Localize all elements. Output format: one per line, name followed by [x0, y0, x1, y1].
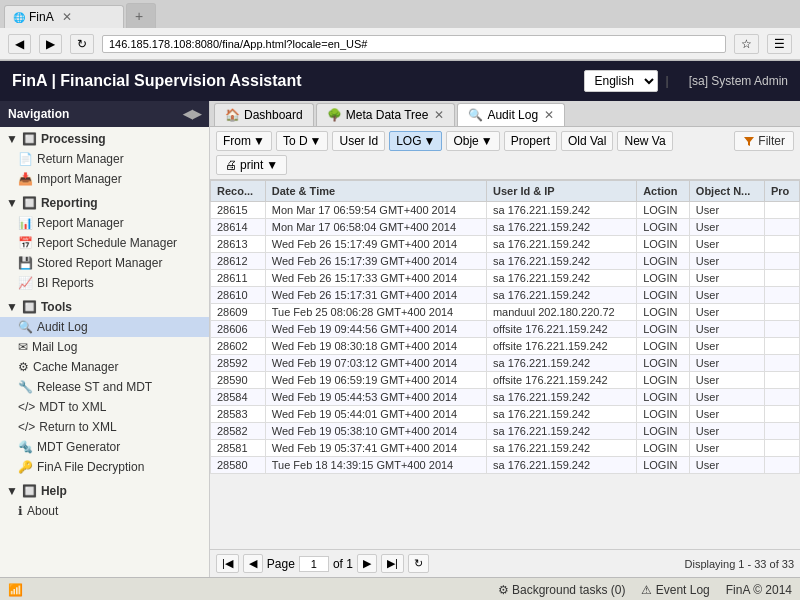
audit-tab-icon: 🔍 [468, 108, 483, 122]
user-id-filter-button[interactable]: User Id [332, 131, 385, 151]
close-tab-audit-icon[interactable]: ✕ [544, 108, 554, 122]
mail-log-icon: ✉ [18, 340, 28, 354]
return-xml-icon: </> [18, 420, 35, 434]
table-row[interactable]: 28614 Mon Mar 17 06:58:04 GMT+400 2014 s… [211, 219, 800, 236]
sidebar-collapse-icon[interactable]: ◀▶ [183, 107, 201, 121]
cell-action: LOGIN [637, 236, 690, 253]
sidebar-item-about[interactable]: ℹ About [0, 501, 209, 521]
mdt-gen-icon: 🔩 [18, 440, 33, 454]
cell-user-ip: offsite 176.221.159.242 [486, 321, 636, 338]
bi-reports-icon: 📈 [18, 276, 33, 290]
sidebar-item-report-schedule-manager[interactable]: 📅 Report Schedule Manager [0, 233, 209, 253]
sidebar-item-mail-log[interactable]: ✉ Mail Log [0, 337, 209, 357]
sidebar-item-import-manager[interactable]: 📥 Import Manager [0, 169, 209, 189]
sidebar-group-processing[interactable]: ▼ 🔲 Processing [0, 129, 209, 149]
sidebar-group-help-label: Help [41, 484, 67, 498]
next-page-button[interactable]: ▶ [357, 554, 377, 573]
language-selector[interactable]: English [584, 70, 658, 92]
about-label: About [27, 504, 58, 518]
table-row[interactable]: 28611 Wed Feb 26 15:17:33 GMT+400 2014 s… [211, 270, 800, 287]
sidebar-item-return-manager[interactable]: 📄 Return Manager [0, 149, 209, 169]
table-row[interactable]: 28606 Wed Feb 19 09:44:56 GMT+400 2014 o… [211, 321, 800, 338]
new-tab[interactable]: + [126, 3, 156, 28]
language-dropdown[interactable]: English [584, 70, 658, 92]
close-tab-icon[interactable]: ✕ [62, 10, 72, 24]
to-filter-button[interactable]: To D ▼ [276, 131, 329, 151]
sidebar-item-release-st-mdt[interactable]: 🔧 Release ST and MDT [0, 377, 209, 397]
table-row[interactable]: 28584 Wed Feb 19 05:44:53 GMT+400 2014 s… [211, 389, 800, 406]
sidebar-item-report-manager[interactable]: 📊 Report Manager [0, 213, 209, 233]
cell-object: User [689, 457, 764, 474]
print-label: print [240, 158, 263, 172]
sidebar-item-mdt-generator[interactable]: 🔩 MDT Generator [0, 437, 209, 457]
tools-group-icon: 🔲 [22, 300, 37, 314]
tab-meta-data-tree[interactable]: 🌳 Meta Data Tree ✕ [316, 103, 456, 126]
event-log[interactable]: ⚠ Event Log [641, 583, 709, 597]
tab-dashboard[interactable]: 🏠 Dashboard [214, 103, 314, 126]
refresh-page-button[interactable]: ↻ [408, 554, 429, 573]
sidebar-item-fina-decrypt[interactable]: 🔑 FinA File Decryption [0, 457, 209, 477]
table-row[interactable]: 28592 Wed Feb 19 07:03:12 GMT+400 2014 s… [211, 355, 800, 372]
table-row[interactable]: 28612 Wed Feb 26 15:17:39 GMT+400 2014 s… [211, 253, 800, 270]
print-button[interactable]: 🖨 print ▼ [216, 155, 287, 175]
sidebar-group-tools[interactable]: ▼ 🔲 Tools [0, 297, 209, 317]
background-tasks[interactable]: ⚙ Background tasks (0) [498, 583, 626, 597]
sidebar-item-audit-log[interactable]: 🔍 Audit Log [0, 317, 209, 337]
cell-record: 28590 [211, 372, 266, 389]
table-row[interactable]: 28590 Wed Feb 19 06:59:19 GMT+400 2014 o… [211, 372, 800, 389]
report-schedule-label: Report Schedule Manager [37, 236, 177, 250]
new-val-filter-button[interactable]: New Va [617, 131, 672, 151]
sidebar-group-help[interactable]: ▼ 🔲 Help [0, 481, 209, 501]
sidebar-group-reporting[interactable]: ▼ 🔲 Reporting [0, 193, 209, 213]
object-filter-button[interactable]: Obje ▼ [446, 131, 499, 151]
cell-record: 28581 [211, 440, 266, 457]
forward-button[interactable]: ▶ [39, 34, 62, 54]
bookmark-button[interactable]: ☆ [734, 34, 759, 54]
cell-user-ip: sa 176.221.159.242 [486, 253, 636, 270]
cache-manager-icon: ⚙ [18, 360, 29, 374]
cell-datetime: Wed Feb 19 09:44:56 GMT+400 2014 [265, 321, 486, 338]
address-bar[interactable] [102, 35, 726, 53]
first-page-button[interactable]: |◀ [216, 554, 239, 573]
cell-object: User [689, 321, 764, 338]
table-row[interactable]: 28615 Mon Mar 17 06:59:54 GMT+400 2014 s… [211, 202, 800, 219]
gear-icon: ⚙ [498, 583, 509, 597]
table-row[interactable]: 28609 Tue Feb 25 08:06:28 GMT+400 2014 m… [211, 304, 800, 321]
refresh-button[interactable]: ↻ [70, 34, 94, 54]
sidebar-item-bi-reports[interactable]: 📈 BI Reports [0, 273, 209, 293]
table-row[interactable]: 28610 Wed Feb 26 15:17:31 GMT+400 2014 s… [211, 287, 800, 304]
table-row[interactable]: 28582 Wed Feb 19 05:38:10 GMT+400 2014 s… [211, 423, 800, 440]
close-tab-meta-icon[interactable]: ✕ [434, 108, 444, 122]
table-row[interactable]: 28580 Tue Feb 18 14:39:15 GMT+400 2014 s… [211, 457, 800, 474]
cell-datetime: Wed Feb 19 06:59:19 GMT+400 2014 [265, 372, 486, 389]
sidebar-item-stored-report-manager[interactable]: 💾 Stored Report Manager [0, 253, 209, 273]
table-row[interactable]: 28613 Wed Feb 26 15:17:49 GMT+400 2014 s… [211, 236, 800, 253]
prev-page-button[interactable]: ◀ [243, 554, 263, 573]
cell-object: User [689, 253, 764, 270]
sidebar-item-cache-manager[interactable]: ⚙ Cache Manager [0, 357, 209, 377]
cell-datetime: Wed Feb 19 07:03:12 GMT+400 2014 [265, 355, 486, 372]
user-info: [sa] System Admin [689, 74, 788, 88]
sidebar-item-mdt-xml[interactable]: </> MDT to XML [0, 397, 209, 417]
sidebar-header: Navigation ◀▶ [0, 101, 209, 127]
menu-button[interactable]: ☰ [767, 34, 792, 54]
mdt-xml-label: MDT to XML [39, 400, 106, 414]
table-row[interactable]: 28602 Wed Feb 19 08:30:18 GMT+400 2014 o… [211, 338, 800, 355]
back-button[interactable]: ◀ [8, 34, 31, 54]
from-filter-button[interactable]: From ▼ [216, 131, 272, 151]
app-header: FinA | Financial Supervision Assistant E… [0, 61, 800, 101]
cell-record: 28582 [211, 423, 266, 440]
old-val-filter-button[interactable]: Old Val [561, 131, 613, 151]
table-row[interactable]: 28581 Wed Feb 19 05:37:41 GMT+400 2014 s… [211, 440, 800, 457]
filter-button[interactable]: Filter [734, 131, 794, 151]
cell-object: User [689, 304, 764, 321]
browser-tab[interactable]: 🌐 FinA ✕ [4, 5, 124, 28]
sidebar-item-return-xml[interactable]: </> Return to XML [0, 417, 209, 437]
displaying-info: Displaying 1 - 33 of 33 [685, 558, 794, 570]
tab-audit-log[interactable]: 🔍 Audit Log ✕ [457, 103, 565, 126]
page-number-input[interactable] [299, 556, 329, 572]
property-filter-button[interactable]: Propert [504, 131, 557, 151]
log-filter-button[interactable]: LOG ▼ [389, 131, 442, 151]
table-row[interactable]: 28583 Wed Feb 19 05:44:01 GMT+400 2014 s… [211, 406, 800, 423]
last-page-button[interactable]: ▶| [381, 554, 404, 573]
